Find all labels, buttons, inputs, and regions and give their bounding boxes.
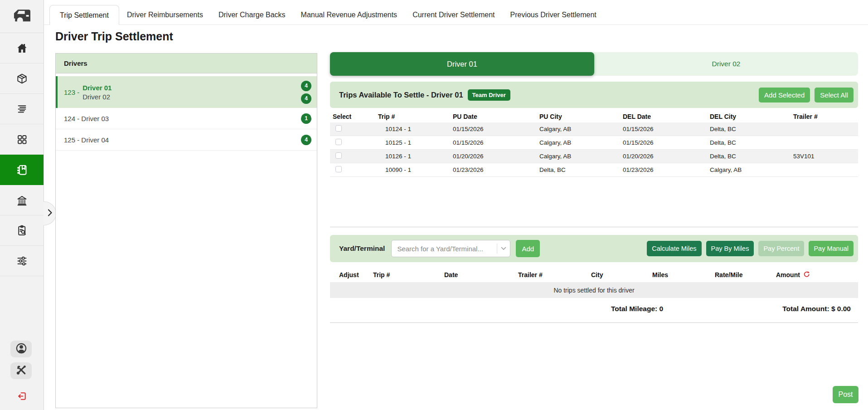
tab-manual-revenue-adjustments[interactable]: Manual Revenue Adjustments xyxy=(293,5,405,24)
driver-name-1: Driver 01 xyxy=(82,84,112,92)
del-date: 01/15/2026 xyxy=(620,126,707,132)
tab-driver-charge-backs[interactable]: Driver Charge Backs xyxy=(211,5,293,24)
tab-previous-driver-settlement[interactable]: Previous Driver Settlement xyxy=(503,5,604,24)
refresh-icon[interactable] xyxy=(803,271,810,279)
pu-date: 01/15/2026 xyxy=(450,126,537,132)
grid-icon xyxy=(16,133,28,146)
sidebar xyxy=(0,0,44,410)
chevron-down-icon xyxy=(497,247,510,250)
list-icon xyxy=(16,103,28,115)
driver-list-item-125[interactable]: 125 - Driver 04 4 xyxy=(56,129,317,151)
team-driver-badge: Team Driver xyxy=(468,89,510,101)
trip-number: 10090 - 1 xyxy=(375,166,450,173)
sidebar-item-inspection[interactable] xyxy=(0,215,44,246)
user-icon xyxy=(15,342,28,356)
col-date: Date xyxy=(444,271,518,278)
tab-driver-reimbursements[interactable]: Driver Reimbursements xyxy=(119,5,211,24)
tab-trip-settlement[interactable]: Trip Settlement xyxy=(49,5,119,25)
logout-icon xyxy=(17,391,27,403)
trip-count-badge: 4 xyxy=(301,135,311,145)
pu-date: 01/23/2026 xyxy=(450,166,537,173)
totals-row: Total Mileage: 0 Total Amount: $ 0.00 xyxy=(330,298,858,323)
sidebar-item-settlements[interactable] xyxy=(0,155,44,185)
top-tab-bar: Trip Settlement Driver Reimbursements Dr… xyxy=(44,0,868,25)
col-pu-city: PU City xyxy=(537,113,620,120)
pay-manual-button[interactable]: Pay Manual xyxy=(809,241,853,256)
driver-list-item-124[interactable]: 124 - Driver 03 1 xyxy=(56,108,317,129)
trailer-number: 53V101 xyxy=(790,153,858,160)
trip-select-checkbox[interactable] xyxy=(335,125,342,132)
tools-button[interactable] xyxy=(10,362,32,379)
sidebar-item-preferences[interactable] xyxy=(0,246,44,276)
empty-state-message: No trips settled for this driver xyxy=(330,282,858,298)
total-amount: Total Amount: $ 0.00 xyxy=(782,305,851,313)
bank-icon xyxy=(16,194,28,206)
total-mileage: Total Mileage: 0 xyxy=(611,305,663,313)
trip-number: 10125 - 1 xyxy=(375,139,450,146)
col-trailer: Trailer # xyxy=(790,113,858,120)
trip-select-checkbox[interactable] xyxy=(335,166,342,172)
sidebar-expand-button[interactable] xyxy=(44,201,56,225)
sidebar-item-trip-list[interactable] xyxy=(0,94,44,124)
col-del-city: DEL City xyxy=(707,113,790,120)
del-date: 01/15/2026 xyxy=(620,139,707,146)
col-del-date: DEL Date xyxy=(620,113,707,120)
tab-driver-02[interactable]: Driver 02 xyxy=(594,52,858,76)
pu-city: Delta, BC xyxy=(537,166,620,173)
driver-name-2: Driver 02 xyxy=(82,93,112,101)
trip-number: 10126 - 1 xyxy=(375,153,450,160)
sidebar-item-home[interactable] xyxy=(0,33,44,63)
trip-select-checkbox[interactable] xyxy=(335,152,342,159)
del-date: 01/23/2026 xyxy=(620,166,707,173)
trip-count-badge: 4 xyxy=(301,93,311,104)
col-city: City xyxy=(591,271,652,278)
col-adjust: Adjust xyxy=(330,271,373,278)
tab-driver-01[interactable]: Driver 01 xyxy=(330,52,594,76)
del-city: Delta, BC xyxy=(707,153,790,160)
col-rate-mile: Rate/Mile xyxy=(715,271,776,278)
driver-list-item-123[interactable]: 123 - Driver 01 Driver 02 4 4 xyxy=(56,76,317,108)
del-city: Calgary, AB xyxy=(707,166,790,173)
col-miles: Miles xyxy=(652,271,715,278)
trip-row: 10090 - 1 01/23/2026 Delta, BC 01/23/202… xyxy=(330,163,858,177)
tab-current-driver-settlement[interactable]: Current Driver Settlement xyxy=(405,5,502,24)
truck-logo-icon xyxy=(11,7,32,26)
settled-table-header: Adjust Trip # Date Trailer # City Miles … xyxy=(330,268,858,282)
trip-row: 10124 - 1 01/15/2026 Calgary, AB 01/15/2… xyxy=(330,122,858,136)
col-trip: Trip # xyxy=(373,271,444,278)
pu-city: Calgary, AB xyxy=(537,139,620,146)
pay-by-miles-button[interactable]: Pay By Miles xyxy=(706,241,754,256)
add-yard-button[interactable]: Add xyxy=(516,240,540,257)
driver-code: 123 - xyxy=(64,88,79,96)
yard-terminal-select[interactable]: Search for a Yard/Terminal... xyxy=(391,240,510,257)
trip-select-checkbox[interactable] xyxy=(335,139,342,145)
chevron-right-icon xyxy=(47,208,53,219)
trip-count-badge: 1 xyxy=(301,113,311,124)
post-button[interactable]: Post xyxy=(833,386,858,403)
trips-available-title: Trips Available To Settle - Driver 01 xyxy=(339,91,463,99)
pay-percent-button[interactable]: Pay Percent xyxy=(758,241,804,256)
calculate-miles-button[interactable]: Calculate Miles xyxy=(647,241,701,256)
trips-available-bar: Trips Available To Settle - Driver 01 Te… xyxy=(330,82,858,108)
sidebar-item-bank[interactable] xyxy=(0,185,44,215)
select-all-button[interactable]: Select All xyxy=(815,88,853,102)
pu-city: Calgary, AB xyxy=(537,153,620,160)
sliders-icon xyxy=(16,255,28,267)
account-button[interactable] xyxy=(10,341,32,357)
drivers-panel-header: Drivers xyxy=(56,54,317,73)
sidebar-item-modules[interactable] xyxy=(0,124,44,155)
del-city: Delta, BC xyxy=(707,126,790,132)
yard-terminal-placeholder: Search for a Yard/Terminal... xyxy=(392,245,497,253)
col-trailer: Trailer # xyxy=(518,271,591,278)
sidebar-item-packages[interactable] xyxy=(0,63,44,94)
driver-tabs: Driver 01 Driver 02 xyxy=(330,52,858,76)
del-city: Delta, BC xyxy=(707,139,790,146)
col-select: Select xyxy=(330,113,375,120)
app-window: Trip Settlement Driver Reimbursements Dr… xyxy=(0,0,868,410)
add-selected-button[interactable]: Add Selected xyxy=(759,88,810,102)
col-amount: Amount xyxy=(776,271,800,278)
pu-date: 01/15/2026 xyxy=(450,139,537,146)
driver-label: 125 - Driver 04 xyxy=(64,136,109,144)
logout-button[interactable] xyxy=(15,390,29,403)
home-icon xyxy=(16,42,28,54)
